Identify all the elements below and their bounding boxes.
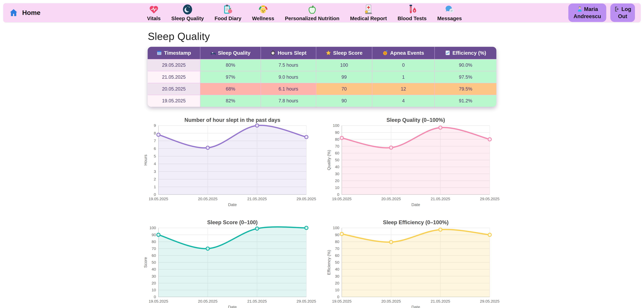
column-header-timestamp: Timestamp xyxy=(148,47,200,59)
svg-text:50: 50 xyxy=(335,260,339,265)
cell-sleep-score: 90 xyxy=(316,95,372,107)
svg-text:2: 2 xyxy=(154,177,156,182)
cell-efficiency: 90.0% xyxy=(435,59,496,71)
svg-text:30: 30 xyxy=(335,172,339,176)
stopwatch-icon xyxy=(270,50,278,56)
cell-hours-slept: 9.0 hours xyxy=(261,71,316,83)
nav-item-label: Vitals xyxy=(147,15,161,21)
nav-item-personalized-nutrition[interactable]: Personalized Nutrition xyxy=(285,4,339,21)
table-row: 19.05.202582%7.8 hours90491.2% xyxy=(148,95,496,107)
svg-text:29.05.2025: 29.05.2025 xyxy=(296,299,316,304)
cell-sleep-quality: 68% xyxy=(200,83,261,95)
svg-text:50: 50 xyxy=(335,158,339,162)
svg-text:3: 3 xyxy=(154,169,156,174)
svg-text:40: 40 xyxy=(335,267,339,272)
column-header-efficiency: Efficiency (%) xyxy=(435,47,496,59)
mood-gauge-icon xyxy=(258,4,268,15)
svg-text:90: 90 xyxy=(335,233,339,237)
svg-text:0: 0 xyxy=(154,295,156,299)
table-header-row: TimestampSleep QualityHours SleptSleep S… xyxy=(148,47,496,59)
svg-text:4: 4 xyxy=(154,162,156,166)
chart-sleep-efficiency-0-100: 010203040506070809010019.05.202520.05.20… xyxy=(326,218,501,308)
nav-item-sleep-quality[interactable]: Sleep Quality xyxy=(171,4,204,21)
nav-item-label: Blood Tests xyxy=(398,15,426,21)
svg-text:100: 100 xyxy=(333,226,339,230)
cell-efficiency: 91.2% xyxy=(435,95,496,107)
cell-sleep-quality: 80% xyxy=(200,59,261,71)
svg-text:9: 9 xyxy=(154,123,156,128)
nav-item-medical-report[interactable]: Medical Report xyxy=(350,4,387,21)
svg-text:29.05.2025: 29.05.2025 xyxy=(296,197,316,201)
svg-text:20.05.2025: 20.05.2025 xyxy=(381,299,401,304)
main-content: Sleep Quality TimestampSleep QualityHour… xyxy=(143,30,501,308)
sleepy-face-icon xyxy=(383,50,390,56)
svg-text:8: 8 xyxy=(154,131,156,135)
logout-button[interactable]: Log Out xyxy=(610,3,635,22)
svg-text:29.05.2025: 29.05.2025 xyxy=(480,299,499,304)
column-header-hours-slept: Hours Slept xyxy=(261,47,316,59)
svg-text:40: 40 xyxy=(152,267,156,272)
svg-text:10: 10 xyxy=(335,288,339,292)
chart-sleep-quality-0-100: 010203040506070809010019.05.202520.05.20… xyxy=(326,116,501,210)
chart-canvas: 010203040506070809010019.05.202520.05.20… xyxy=(326,218,501,308)
heart-pulse-icon xyxy=(148,4,159,15)
cell-apnea-events: 1 xyxy=(372,71,435,83)
house-icon xyxy=(9,8,18,17)
svg-text:10: 10 xyxy=(152,288,156,292)
svg-text:Efficiency (%): Efficiency (%) xyxy=(326,250,331,275)
column-header-label: Sleep Score xyxy=(333,50,362,56)
svg-text:29.05.2025: 29.05.2025 xyxy=(480,197,499,201)
cell-hours-slept: 7.5 hours xyxy=(261,59,316,71)
column-header-label: Hours Slept xyxy=(278,50,306,56)
nav-item-label: Wellness xyxy=(252,15,274,21)
table-row: 21.05.202597%9.0 hours99197.5% xyxy=(148,71,496,83)
nav-item-vitals[interactable]: Vitals xyxy=(147,4,161,21)
svg-text:60: 60 xyxy=(152,253,156,258)
svg-text:100: 100 xyxy=(333,123,339,128)
svg-text:80: 80 xyxy=(335,239,339,244)
svg-text:Date: Date xyxy=(228,305,237,308)
svg-text:1: 1 xyxy=(154,185,156,189)
cell-sleep-quality: 97% xyxy=(200,71,261,83)
svg-text:20: 20 xyxy=(152,281,156,285)
nav-item-label: Personalized Nutrition xyxy=(285,15,339,21)
top-navbar: Home VitalsSleep QualityFood DiaryWellne… xyxy=(3,3,641,22)
nav-item-blood-tests[interactable]: Blood Tests xyxy=(398,4,426,21)
column-header-label: Timestamp xyxy=(164,50,191,56)
column-header-label: Apnea Events xyxy=(390,50,424,56)
nav-item-messages[interactable]: Messages xyxy=(437,4,462,21)
nav-item-label: Medical Report xyxy=(350,15,387,21)
svg-text:10: 10 xyxy=(335,185,339,190)
svg-text:0: 0 xyxy=(154,192,156,197)
nav-item-food-diary[interactable]: Food Diary xyxy=(214,4,241,21)
cell-sleep-score: 99 xyxy=(316,71,372,83)
svg-text:5: 5 xyxy=(154,154,156,158)
svg-text:Date: Date xyxy=(228,202,237,207)
cell-hours-slept: 6.1 hours xyxy=(261,83,316,95)
nav-item-label: Food Diary xyxy=(214,15,241,21)
svg-text:20.05.2025: 20.05.2025 xyxy=(381,197,401,201)
svg-text:Score: Score xyxy=(143,257,148,268)
svg-text:70: 70 xyxy=(335,246,339,251)
svg-text:Sleep Score (0–100): Sleep Score (0–100) xyxy=(207,219,258,225)
svg-text:Hours: Hours xyxy=(143,155,148,166)
chart-canvas: 010203040506070809010019.05.202520.05.20… xyxy=(143,218,318,308)
nav-item-wellness[interactable]: Wellness xyxy=(252,4,274,21)
svg-text:70: 70 xyxy=(152,246,156,251)
user-avatar-icon xyxy=(577,6,584,12)
svg-text:20.05.2025: 20.05.2025 xyxy=(198,299,218,304)
chart-canvas: 012345678919.05.202520.05.202521.05.2025… xyxy=(143,116,318,210)
svg-text:Date: Date xyxy=(411,202,420,207)
svg-text:40: 40 xyxy=(335,165,339,169)
user-button[interactable]: Maria Andreescu xyxy=(568,3,606,22)
medical-report-icon xyxy=(363,4,374,15)
svg-text:21.05.2025: 21.05.2025 xyxy=(430,299,450,304)
cell-apnea-events: 0 xyxy=(372,59,435,71)
table-row: 20.05.202568%6.1 hours701279.5% xyxy=(148,83,496,95)
star-icon xyxy=(326,50,333,56)
svg-text:Quality (%): Quality (%) xyxy=(326,150,331,170)
svg-text:60: 60 xyxy=(335,151,339,155)
svg-text:0: 0 xyxy=(337,295,339,299)
nav-home[interactable]: Home xyxy=(9,8,40,17)
svg-text:100: 100 xyxy=(150,226,156,230)
